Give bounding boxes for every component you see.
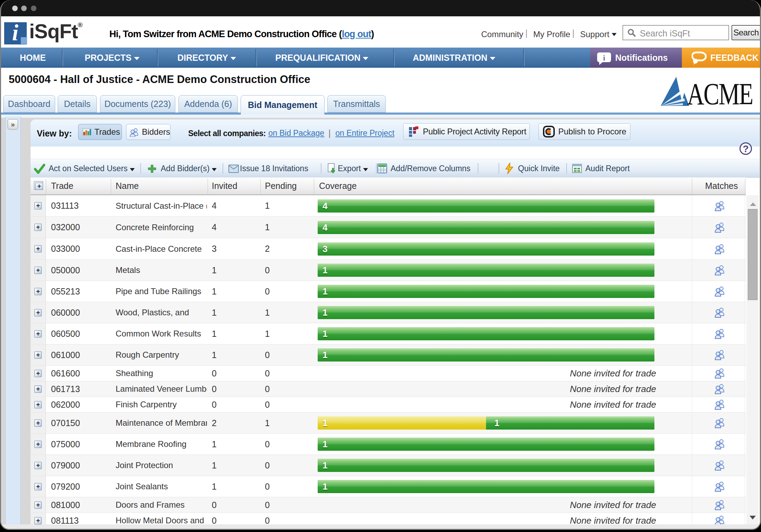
svg-text:i: i — [603, 53, 605, 62]
